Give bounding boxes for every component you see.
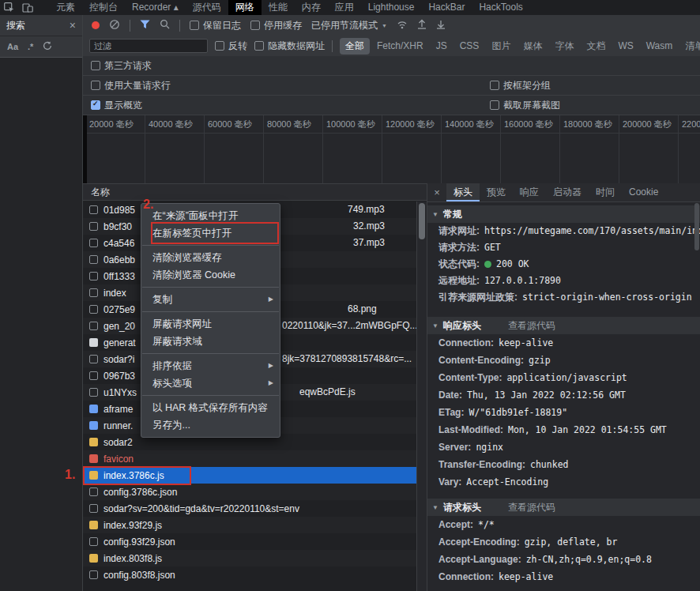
resource-type-pill-3[interactable]: CSS bbox=[454, 39, 485, 53]
overview-handle[interactable] bbox=[83, 115, 87, 183]
network-overview-timeline[interactable]: 20000 毫秒40000 毫秒60000 毫秒80000 毫秒100000 毫… bbox=[83, 115, 700, 184]
context-menu-item-15[interactable]: 另存为... bbox=[141, 416, 280, 434]
device-toolbar-icon[interactable] bbox=[18, 0, 36, 15]
match-case-toggle[interactable]: Aa bbox=[7, 42, 18, 51]
import-har-icon[interactable] bbox=[417, 19, 427, 32]
devtools-tab-1[interactable]: 控制台 bbox=[82, 0, 125, 15]
capture-screenshots-checkbox[interactable]: 截取屏幕截图 bbox=[490, 99, 560, 112]
context-menu-item-4[interactable]: 清除浏览器 Cookie bbox=[141, 266, 280, 284]
context-menu-item-3[interactable]: 清除浏览器缓存 bbox=[141, 249, 280, 266]
devtools-tab-7[interactable]: 应用 bbox=[328, 0, 361, 15]
request-row[interactable]: config.93f29.json bbox=[83, 533, 416, 550]
request-row[interactable]: config.803f8.json bbox=[83, 567, 416, 583]
header-value: Mon, 10 Jan 2022 01:54:55 GMT bbox=[508, 424, 667, 435]
request-name: sodar?sv=200&tid=gda&tv=r20220110&st=env bbox=[103, 503, 299, 514]
devtools-tab-6[interactable]: 内存 bbox=[295, 0, 328, 15]
filter-input[interactable]: 过滤 bbox=[89, 39, 208, 53]
export-har-icon[interactable] bbox=[436, 19, 446, 32]
header-line: Date:Thu, 13 Jan 2022 02:12:56 GMT bbox=[427, 386, 700, 404]
devtools-tab-10[interactable]: HackTools bbox=[472, 0, 529, 15]
devtools-tab-8[interactable]: Lighthouse bbox=[361, 0, 422, 15]
request-name: favicon bbox=[103, 454, 134, 465]
network-conditions-icon[interactable] bbox=[397, 20, 408, 32]
context-menu-item-6[interactable]: 复制▶ bbox=[141, 291, 280, 308]
request-row[interactable]: config.3786c.json bbox=[83, 484, 416, 500]
request-headers-section-header[interactable]: ▼ 请求标头 查看源代码 bbox=[427, 499, 700, 516]
request-name: 0275e9 bbox=[103, 304, 135, 315]
detail-tab-5[interactable]: Cookie bbox=[622, 183, 665, 201]
detail-tab-4[interactable]: 时间 bbox=[589, 183, 622, 201]
scrollbar-thumb[interactable] bbox=[419, 203, 425, 239]
detail-tab-1[interactable]: 预览 bbox=[480, 183, 513, 201]
inspect-element-icon[interactable] bbox=[0, 0, 18, 15]
request-name-tail: eqwBcPdE.js bbox=[299, 384, 356, 401]
resource-type-pill-0[interactable]: 全部 bbox=[340, 38, 370, 55]
name-column-header[interactable]: 名称 bbox=[91, 186, 110, 199]
detail-tab-0[interactable]: 标头 bbox=[446, 183, 480, 201]
resource-type-pill-10[interactable]: 清单 bbox=[679, 38, 700, 55]
menu-separator bbox=[142, 245, 279, 246]
preserve-log-checkbox[interactable]: 保留日志 bbox=[190, 19, 241, 32]
disable-cache-checkbox[interactable]: 停用缓存 bbox=[250, 19, 302, 32]
timeline-gridline bbox=[678, 115, 679, 183]
close-icon[interactable]: × bbox=[427, 186, 446, 198]
filter-toggle-icon[interactable] bbox=[140, 20, 150, 32]
large-request-rows-label: 使用大量请求行 bbox=[104, 79, 171, 92]
regex-toggle[interactable]: .* bbox=[28, 42, 33, 51]
view-source-link[interactable]: 查看源代码 bbox=[508, 501, 555, 514]
request-name: 01d985 bbox=[103, 205, 135, 216]
view-source-link[interactable]: 查看源代码 bbox=[508, 319, 555, 333]
resource-type-pill-8[interactable]: WS bbox=[612, 39, 638, 53]
context-menu-item-14[interactable]: 以 HAR 格式保存所有内容 bbox=[141, 399, 280, 416]
context-menu-item-11[interactable]: 排序依据▶ bbox=[141, 357, 280, 375]
checkbox-box bbox=[490, 100, 499, 110]
context-menu-item-12[interactable]: 标头选项▶ bbox=[141, 375, 280, 392]
devtools-tab-4[interactable]: 网络 bbox=[228, 0, 262, 15]
devtools-tab-2[interactable]: Recorder ▴ bbox=[125, 0, 186, 15]
search-icon[interactable] bbox=[160, 19, 170, 32]
detail-tab-3[interactable]: 启动器 bbox=[546, 183, 589, 201]
resource-type-pill-6[interactable]: 字体 bbox=[549, 38, 579, 55]
devtools-tab-3[interactable]: 源代码 bbox=[186, 0, 228, 15]
detail-scrollbar[interactable] bbox=[694, 201, 700, 591]
timeline-label: 100000 毫秒 bbox=[326, 119, 375, 130]
scrollbar-thumb[interactable] bbox=[694, 203, 699, 250]
header-value: gzip, deflate, br bbox=[525, 536, 618, 548]
hide-data-urls-checkbox[interactable]: 隐藏数据网址 bbox=[254, 40, 325, 53]
general-section-header[interactable]: ▼ 常规 bbox=[427, 205, 700, 223]
invert-filter-checkbox[interactable]: 反转 bbox=[215, 40, 247, 53]
refresh-icon[interactable] bbox=[43, 41, 52, 53]
large-request-rows-checkbox[interactable]: 使用大量请求行 bbox=[91, 79, 171, 92]
request-row[interactable]: index.803f8.js bbox=[83, 550, 416, 567]
resource-type-pill-5[interactable]: 媒体 bbox=[517, 38, 548, 55]
header-line: Server:nginx bbox=[427, 439, 700, 456]
context-menu-item-9[interactable]: 屏蔽请求域 bbox=[141, 333, 280, 350]
clear-network-log-icon[interactable] bbox=[109, 19, 120, 32]
throttling-select[interactable]: 已停用节流模式 ▼ bbox=[311, 19, 387, 32]
detail-tab-2[interactable]: 响应 bbox=[513, 183, 546, 201]
third-party-requests-checkbox[interactable]: 第三方请求 bbox=[91, 59, 152, 73]
resource-type-pill-9[interactable]: Wasm bbox=[641, 39, 679, 53]
devtools-tab-5[interactable]: 性能 bbox=[262, 0, 295, 15]
devtools-tab-0[interactable]: 元素 bbox=[49, 0, 82, 15]
resource-type-pill-2[interactable]: JS bbox=[431, 39, 453, 53]
file-type-icon bbox=[89, 504, 98, 513]
status-ok-dot bbox=[484, 261, 491, 268]
request-row[interactable]: favicon bbox=[83, 450, 416, 467]
show-overview-label: 显示概览 bbox=[104, 99, 142, 112]
devtools-tab-9[interactable]: HackBar bbox=[421, 0, 472, 15]
request-row[interactable]: index.93f29.js bbox=[83, 517, 416, 533]
resource-type-pill-4[interactable]: 图片 bbox=[486, 38, 516, 55]
show-overview-checkbox[interactable]: 显示概览 bbox=[91, 99, 142, 112]
submenu-arrow-icon: ▶ bbox=[269, 357, 273, 375]
record-network-log-button[interactable] bbox=[92, 21, 100, 29]
group-by-frame-checkbox[interactable]: 按框架分组 bbox=[490, 79, 551, 92]
resource-type-pill-1[interactable]: Fetch/XHR bbox=[371, 39, 429, 53]
response-headers-section-header[interactable]: ▼ 响应标头 查看源代码 bbox=[427, 317, 700, 334]
request-list-scrollbar[interactable] bbox=[416, 201, 427, 591]
context-menu-item-8[interactable]: 屏蔽请求网址 bbox=[141, 315, 280, 333]
resource-type-pill-7[interactable]: 文档 bbox=[581, 38, 611, 55]
request-row[interactable]: sodar?sv=200&tid=gda&tv=r20220110&st=env bbox=[83, 500, 416, 517]
close-icon[interactable]: × bbox=[70, 19, 76, 32]
header-key: 请求方法: bbox=[438, 242, 480, 253]
